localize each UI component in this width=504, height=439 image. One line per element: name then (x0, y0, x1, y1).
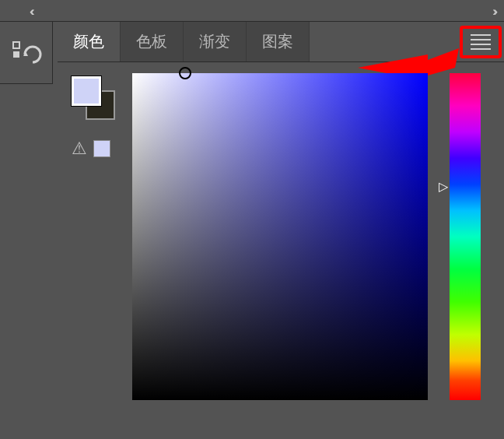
tab-gradient[interactable]: 渐变 (184, 22, 247, 61)
panel-menu-button[interactable] (460, 26, 502, 58)
svg-rect-1 (13, 51, 19, 58)
color-panel: 颜色 色板 渐变 图案 ⚠ ▷ (58, 22, 504, 439)
expand-panel-icon[interactable]: ›› (492, 5, 495, 19)
history-panel-icon[interactable] (11, 39, 42, 67)
sidebar-tool-well (0, 22, 53, 84)
color-field-cursor[interactable] (179, 67, 191, 79)
tab-swatches[interactable]: 色板 (121, 22, 184, 61)
hamburger-icon (471, 34, 491, 50)
panel-body: ⚠ ▷ (58, 65, 504, 439)
hue-slider[interactable]: ▷ (450, 73, 481, 400)
hue-slider-thumb[interactable]: ▷ (439, 179, 448, 194)
panel-tabs: 颜色 色板 渐变 图案 (58, 22, 504, 62)
svg-rect-0 (13, 42, 19, 48)
tab-color[interactable]: 颜色 (58, 22, 121, 61)
panel-topbar: ‹‹ ›› (0, 0, 504, 22)
collapse-panel-icon[interactable]: ‹‹ (30, 5, 32, 19)
warning-icon[interactable]: ⚠ (72, 139, 87, 159)
out-of-gamut-row: ⚠ (72, 139, 110, 159)
saturation-brightness-field[interactable] (132, 73, 428, 400)
closest-color-swatch[interactable] (93, 140, 110, 157)
fg-bg-swatch[interactable] (72, 76, 117, 121)
foreground-color-swatch[interactable] (72, 76, 101, 106)
tab-pattern[interactable]: 图案 (247, 22, 310, 61)
